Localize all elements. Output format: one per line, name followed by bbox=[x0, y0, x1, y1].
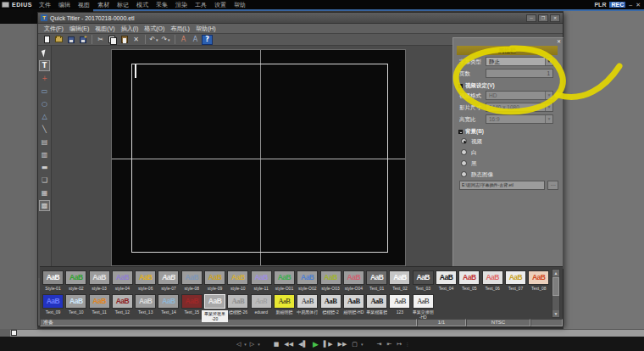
copy-icon[interactable] bbox=[107, 35, 118, 45]
prev-edit-point[interactable]: ◁ bbox=[234, 340, 243, 348]
play[interactable]: ▶ bbox=[310, 340, 321, 348]
style-chip[interactable]: AaBText_03 bbox=[413, 270, 434, 291]
style-chip[interactable]: AaBstyle-03 bbox=[89, 270, 110, 291]
open-icon[interactable] bbox=[53, 35, 64, 45]
delete-icon[interactable]: ✕ bbox=[130, 35, 142, 45]
edius-menu-item[interactable]: 视图 bbox=[78, 1, 90, 9]
line-tool[interactable]: ╲ bbox=[39, 124, 50, 135]
chevron-down-icon[interactable]: ▾ bbox=[168, 37, 170, 42]
style-chip[interactable]: AaBText_07 bbox=[505, 270, 526, 291]
select-tool[interactable] bbox=[39, 47, 50, 58]
align-horizontal-icon[interactable]: ▤ bbox=[39, 136, 50, 148]
style-chip[interactable]: AaB畢業交接明-HD bbox=[413, 294, 434, 320]
title-canvas[interactable] bbox=[111, 49, 406, 266]
text-edit-icon[interactable]: A bbox=[190, 35, 201, 45]
edius-menu-item[interactable]: 渲染 bbox=[175, 1, 187, 9]
paste-icon[interactable] bbox=[119, 35, 130, 45]
step-forward[interactable]: ▌▶ bbox=[321, 340, 336, 348]
titler-maximize-button[interactable]: ❐ bbox=[538, 14, 548, 22]
style-chip[interactable]: AaBstyle-O02 bbox=[297, 270, 318, 291]
style-chip[interactable]: AaB細明體-HD bbox=[343, 294, 364, 320]
jump-to-in[interactable]: ↦ bbox=[394, 340, 404, 348]
radio-icon[interactable] bbox=[461, 138, 467, 144]
loop-play[interactable]: ▢ bbox=[349, 340, 360, 348]
chevron-down-icon[interactable]: ▾ bbox=[156, 37, 158, 42]
close-button[interactable]: ✕ bbox=[636, 2, 641, 8]
text-style-icon[interactable]: A bbox=[178, 35, 189, 45]
style-chip[interactable]: AaBText_04 bbox=[436, 270, 457, 291]
style-chip[interactable]: AaBText_09 bbox=[42, 294, 64, 320]
edius-menu-item[interactable]: 文件 bbox=[39, 1, 51, 9]
style-chip[interactable]: AaBstyle-11 bbox=[251, 270, 272, 291]
minimize-button[interactable]: – bbox=[629, 2, 632, 8]
save-icon[interactable] bbox=[65, 35, 76, 45]
style-chip[interactable]: AaBText_06 bbox=[482, 270, 503, 291]
scroll-thumb[interactable] bbox=[552, 277, 559, 296]
titler-menu-item[interactable]: 视图(V) bbox=[95, 25, 114, 33]
edius-menu-item[interactable]: 设置 bbox=[214, 1, 226, 9]
titler-menu-item[interactable]: 布局(L) bbox=[170, 25, 190, 33]
style-chip[interactable]: AaBText_12 bbox=[112, 294, 133, 320]
background-image-path-field[interactable]: E:\超同志\字幕插件-去背.etl bbox=[459, 181, 545, 190]
radio-icon[interactable] bbox=[461, 171, 467, 177]
help-icon[interactable]: ? bbox=[202, 35, 213, 45]
panel-close-icon[interactable]: ✕ bbox=[557, 39, 561, 44]
chevron-down-icon[interactable]: ▼ bbox=[545, 58, 552, 65]
style-chip[interactable]: AaBText_11 bbox=[89, 294, 110, 320]
style-chip[interactable]: AaBstyle-O01 bbox=[274, 270, 295, 291]
background-option-4[interactable]: 静态图像 bbox=[453, 170, 563, 181]
rewind[interactable]: ◀◀ bbox=[281, 340, 296, 348]
style-chip[interactable]: AaBstyle-O04 bbox=[343, 270, 364, 291]
safe-area-icon[interactable]: ▩ bbox=[39, 200, 50, 211]
grid-icon[interactable]: ▦ bbox=[39, 187, 50, 198]
edius-menu-item[interactable]: 编辑 bbox=[58, 1, 70, 9]
style-chip[interactable]: AaBText_10 bbox=[65, 294, 86, 320]
browse-button[interactable]: ⋯ bbox=[547, 181, 558, 190]
style-chip[interactable]: AaBText_14 bbox=[158, 294, 179, 320]
align-vertical-icon[interactable]: ▥ bbox=[39, 149, 50, 160]
more-options[interactable]: ⋮ bbox=[404, 340, 410, 348]
titler-close-button[interactable]: ✕ bbox=[550, 14, 560, 22]
style-chip[interactable]: AaBstyle-06 bbox=[135, 270, 156, 291]
style-chip[interactable]: AaB畢業楷書體 bbox=[366, 294, 387, 320]
layer-order-icon[interactable]: ❏ bbox=[39, 175, 50, 186]
set-out-point[interactable]: ⇤ bbox=[384, 340, 394, 348]
style-chip[interactable]: AaBstyle-04 bbox=[112, 270, 133, 291]
image-tool[interactable]: + bbox=[39, 73, 50, 84]
radio-icon[interactable] bbox=[461, 149, 467, 155]
titler-titlebar[interactable]: T Quick Titler - 20170218-0000.etl ─ ❐ ✕ bbox=[38, 13, 563, 24]
polygon-tool[interactable]: △ bbox=[39, 111, 50, 122]
edius-menu-item[interactable]: 素材 bbox=[97, 1, 109, 9]
radio-icon[interactable] bbox=[461, 160, 467, 166]
edius-menu-item[interactable]: 采集 bbox=[156, 1, 168, 9]
style-chip[interactable]: AaBstyle-08 bbox=[181, 270, 203, 291]
style-chip[interactable]: AaBstyle-07 bbox=[158, 270, 179, 291]
edius-menu-item[interactable]: 模式 bbox=[136, 1, 148, 9]
scroll-down-icon[interactable]: ▼ bbox=[552, 310, 559, 317]
title-type-dropdown[interactable]: 静止▼ bbox=[486, 57, 553, 66]
fast-forward[interactable]: ▶▶ bbox=[336, 340, 350, 348]
titler-menu-item[interactable]: 格式(O) bbox=[144, 25, 164, 33]
style-chip[interactable]: AaBText_13 bbox=[135, 294, 156, 320]
style-chip[interactable]: AaB123 bbox=[389, 294, 410, 320]
styles-scrollbar[interactable]: ▲ ▼ bbox=[552, 269, 560, 318]
text-tool[interactable]: T bbox=[39, 60, 50, 71]
next-edit-menu[interactable]: ▾ bbox=[257, 340, 261, 348]
stop[interactable]: ■ bbox=[271, 340, 282, 348]
style-chip[interactable]: AaB畢業管視果-20 bbox=[204, 294, 225, 320]
style-chip[interactable]: AaBeduard bbox=[251, 294, 272, 320]
edius-menu-item[interactable]: 帮助 bbox=[234, 1, 246, 9]
player-mode-button[interactable]: PLR bbox=[594, 2, 606, 8]
timeline-scrollbar[interactable] bbox=[0, 329, 644, 337]
recorder-mode-button[interactable]: REC bbox=[609, 2, 625, 8]
ellipse-tool[interactable]: ○ bbox=[39, 98, 50, 109]
titler-menu-item[interactable]: 帮助(H) bbox=[196, 25, 216, 33]
style-chip[interactable]: AaB中易黑体行 bbox=[297, 294, 318, 320]
cut-icon[interactable]: ✂ bbox=[95, 35, 106, 45]
style-chip[interactable]: AaB標楷體-26 bbox=[227, 294, 248, 320]
style-chip[interactable]: AaB標楷體-2 bbox=[320, 294, 341, 320]
style-chip[interactable]: AaBText_05 bbox=[458, 270, 480, 291]
titler-menu-item[interactable]: 插入(I) bbox=[121, 25, 139, 33]
style-chip[interactable]: AaBstyle-O03 bbox=[320, 270, 341, 291]
scroll-up-icon[interactable]: ▲ bbox=[552, 270, 559, 276]
